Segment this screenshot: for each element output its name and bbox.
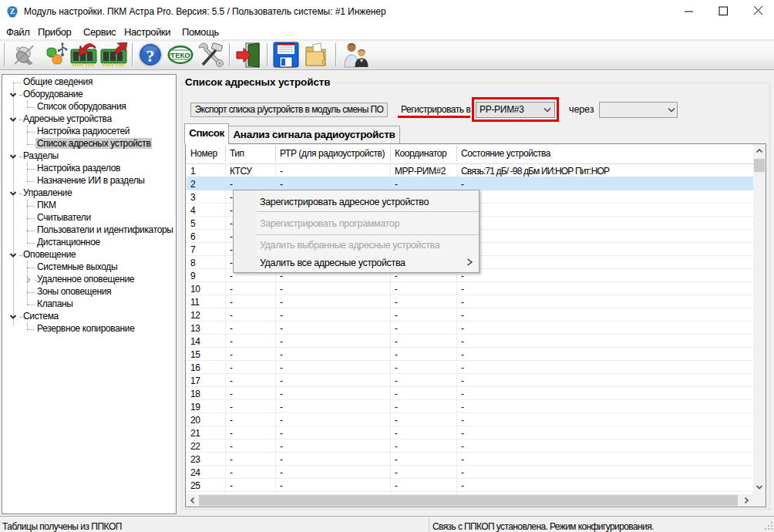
svg-text:ТЕКО: ТЕКО <box>170 51 190 59</box>
svg-text:?: ? <box>146 46 155 66</box>
svg-text:Z: Z <box>10 7 15 15</box>
